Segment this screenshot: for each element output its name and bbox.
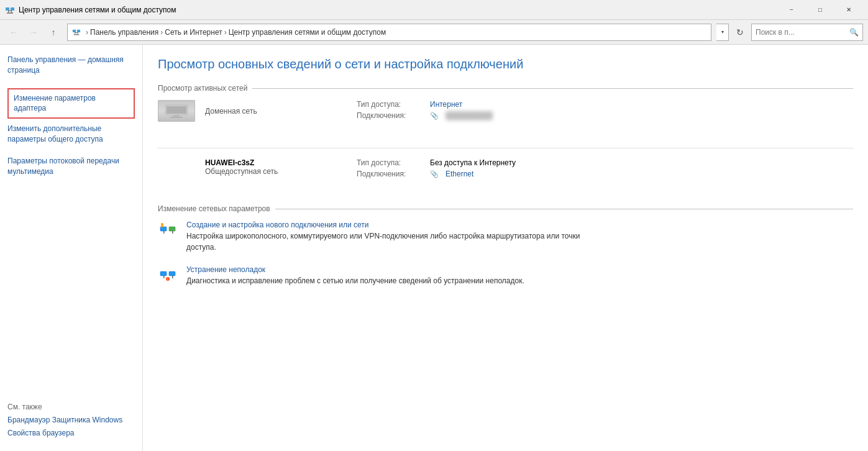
address-bar: ← → ↑ › Панель управления › Сеть и Интер…	[0, 20, 868, 45]
content-area: Панель управления — домашняя страница Из…	[0, 45, 868, 451]
refresh-button[interactable]: ↻	[731, 24, 749, 41]
settings-item-1-desc: Настройка широкополосного, коммутируемог…	[186, 230, 590, 253]
network1-card: Доменная сеть	[158, 100, 344, 135]
network1-conn-value: ████████	[445, 111, 493, 120]
search-icon[interactable]: 🔍	[849, 28, 859, 37]
title-bar: Центр управления сетями и общим доступом…	[0, 0, 868, 20]
section-divider-2	[275, 209, 853, 209]
svg-rect-11	[74, 34, 80, 35]
breadcrumb-item-3: Центр управления сетями и общим доступом	[229, 28, 386, 37]
svg-rect-13	[167, 106, 186, 114]
maximize-button[interactable]: □	[806, 0, 834, 20]
main-panel: Просмотр основных сведений о сети и наст…	[143, 45, 868, 451]
network2-ssid: HUAWEI-c3sZ	[205, 158, 278, 167]
network2-conn-value[interactable]: Ethernet	[445, 170, 473, 178]
search-bar[interactable]: 🔍	[751, 24, 863, 41]
sidebar-also-label: См. также	[7, 403, 135, 411]
network1-info: Тип доступа: Интернет Подключения: 📎 ███…	[344, 100, 853, 135]
settings-item-2-text: Устранение неполадок Диагностика и испра…	[186, 265, 524, 286]
network2-info: Тип доступа: Без доступа к Интернету Под…	[344, 158, 853, 189]
network1-access-row: Тип доступа: Интернет	[357, 100, 853, 109]
settings-item-2-icon: !	[158, 265, 178, 285]
back-button[interactable]: ←	[5, 24, 22, 41]
active-networks-label: Просмотр активных сетей	[158, 84, 247, 93]
network1-conn-icon: 📎	[430, 112, 439, 120]
network1-icon	[158, 100, 195, 122]
sidebar-adapter-link[interactable]: Изменение параметров адаптера	[7, 88, 135, 119]
breadcrumb-item-1[interactable]: Панель управления	[90, 28, 158, 37]
forward-button[interactable]: →	[25, 24, 42, 41]
network1-name: Доменная сеть	[205, 107, 257, 116]
network1-access-value: Интернет	[430, 100, 462, 109]
breadcrumb-item-2[interactable]: Сеть и Интернет	[165, 28, 222, 37]
window: Центр управления сетями и общим доступом…	[0, 0, 868, 451]
settings-item-1: Создание и настройка нового подключения …	[158, 221, 853, 253]
change-settings-label: Изменение сетевых параметров	[158, 204, 270, 213]
network2-icon-row: HUAWEI-c3sZ Общедоступная сеть	[158, 158, 344, 176]
network2-container: HUAWEI-c3sZ Общедоступная сеть Тип досту…	[158, 158, 853, 189]
svg-rect-9	[75, 32, 75, 34]
svg-rect-25	[163, 276, 165, 278]
sidebar-browser-link[interactable]: Свойства браузера	[7, 428, 135, 439]
settings-item-2-desc: Диагностика и исправление проблем с сеть…	[186, 275, 524, 286]
app-icon	[5, 5, 15, 15]
network-divider	[158, 148, 853, 148]
svg-rect-17	[169, 227, 175, 231]
network2-conn-row: Подключения: 📎 Ethernet	[357, 170, 853, 178]
svg-text:!: !	[167, 278, 168, 281]
sidebar-home-link[interactable]: Панель управления — домашняя страница	[7, 55, 135, 76]
sidebar-bottom: См. также Брандмауэр Защитника Windows С…	[7, 403, 135, 441]
network2-access-value: Без доступа к Интернету	[430, 158, 516, 167]
network2-conn-icon: 📎	[430, 170, 439, 178]
address-dropdown[interactable]: ▾	[716, 24, 729, 41]
svg-rect-18	[163, 231, 165, 234]
settings-section: Создание и настройка нового подключения …	[158, 221, 853, 286]
section-divider-1	[252, 88, 853, 89]
breadcrumb-sep2: ›	[160, 28, 163, 37]
minimize-button[interactable]: −	[777, 0, 806, 20]
network2-access-row: Тип доступа: Без доступа к Интернету	[357, 158, 853, 167]
svg-rect-16	[160, 227, 167, 231]
sidebar-section-main: Панель управления — домашняя страница	[7, 55, 135, 78]
network2-access-label: Тип доступа:	[357, 158, 425, 167]
svg-rect-10	[78, 32, 78, 34]
network1-icon-row: Доменная сеть	[158, 100, 344, 122]
sidebar: Панель управления — домашняя страница Из…	[0, 45, 143, 451]
settings-item-2: ! Устранение неполадок Диагностика и исп…	[158, 265, 853, 286]
window-title: Центр управления сетями и общим доступом	[19, 6, 777, 14]
settings-item-2-link[interactable]: Устранение неполадок	[186, 265, 524, 274]
network2-type: Общедоступная сеть	[205, 167, 278, 176]
settings-item-1-text: Создание и настройка нового подключения …	[186, 221, 590, 253]
breadcrumb-sep3: ›	[224, 28, 227, 37]
network2-card: HUAWEI-c3sZ Общедоступная сеть	[158, 158, 344, 189]
settings-item-1-icon	[158, 221, 178, 240]
svg-rect-7	[77, 29, 80, 32]
svg-rect-1	[11, 7, 14, 11]
svg-rect-5	[7, 12, 13, 14]
svg-rect-24	[169, 271, 175, 276]
settings-item-1-link[interactable]: Создание и настройка нового подключения …	[186, 221, 590, 229]
sidebar-media-link[interactable]: Параметры потоковой передачи мультимедиа	[7, 156, 135, 177]
breadcrumb-bar: › Панель управления › Сеть и Интернет › …	[67, 24, 711, 41]
sidebar-sharing-link[interactable]: Изменить дополнительные параметры общего…	[7, 124, 135, 145]
svg-rect-26	[172, 276, 173, 278]
change-settings-header: Изменение сетевых параметров	[158, 204, 853, 213]
svg-rect-14	[173, 115, 180, 117]
up-button[interactable]: ↑	[45, 24, 62, 41]
svg-rect-19	[172, 231, 173, 234]
network2-conn-label: Подключения:	[357, 170, 425, 178]
active-networks-header: Просмотр активных сетей	[158, 84, 853, 93]
svg-rect-4	[11, 11, 12, 12]
network1-access-label: Тип доступа:	[357, 100, 425, 109]
search-input[interactable]	[756, 28, 849, 37]
sidebar-firewall-link[interactable]: Брандмауэр Защитника Windows	[7, 415, 135, 426]
svg-rect-23	[160, 271, 167, 276]
svg-rect-15	[170, 117, 183, 118]
breadcrumb-sep1: ›	[86, 28, 88, 37]
close-button[interactable]: ✕	[834, 0, 863, 20]
network2-names: HUAWEI-c3sZ Общедоступная сеть	[205, 158, 278, 176]
svg-point-21	[161, 223, 163, 226]
network1-conn-label: Подключения:	[357, 111, 425, 120]
sidebar-section-links: Изменение параметров адаптера Изменить д…	[7, 88, 135, 180]
breadcrumb-icon	[71, 27, 81, 37]
